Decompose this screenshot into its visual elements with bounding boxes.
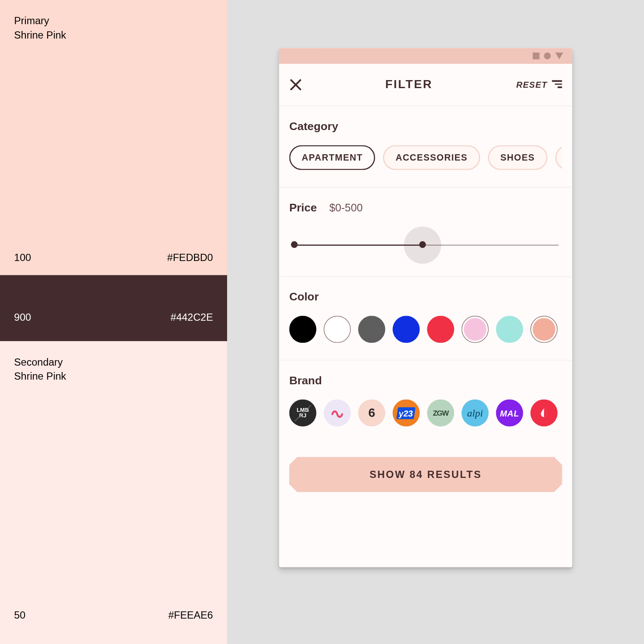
category-heading: Category [289,120,562,133]
swatch-hex: #FEDBD0 [167,252,213,264]
swatch-title: Primary [14,12,213,29]
price-heading: Price [289,201,317,214]
chip-more[interactable]: TO [555,145,562,170]
brand-heading: Brand [289,374,562,387]
color-white[interactable] [324,316,351,343]
filter-panel-mockup: FILTER RESET Category APARTMENT ACCESSOR… [279,48,572,567]
spacer [279,449,572,457]
status-bar [279,48,572,64]
brand-alpi[interactable]: alpi [461,400,489,427]
slider-track-active [293,244,421,246]
brand-y23[interactable]: y23 [393,400,420,427]
swatch-primary-100: Primary Shrine Pink 100 #FEDBD0 [0,0,227,275]
swatch-subtitle: Shrine Pink [14,29,213,41]
swatch-primary-900: 900 #442C2E [0,275,227,341]
swatch-subtitle: Shrine Pink [14,371,213,383]
category-chip-row: APARTMENT ACCESSORIES SHOES TO [289,145,562,170]
square-icon [533,53,539,59]
color-pink[interactable] [461,316,489,343]
swatch-weight: 50 [14,610,25,622]
show-results-button[interactable]: SHOW 84 RESULTS [289,457,562,492]
price-section: Price $0-500 [279,187,572,276]
color-palette-panel: Primary Shrine Pink 100 #FEDBD0 900 #442… [0,0,227,644]
color-gray[interactable] [358,316,385,343]
reset-label: RESET [516,79,547,89]
brand-squiggle[interactable] [324,400,351,427]
reset-button[interactable]: RESET [516,79,562,89]
brand-zgw[interactable]: ZGW [427,400,454,427]
swatch-hex: #442C2E [171,312,213,324]
filter-header: FILTER RESET [279,64,572,106]
color-red[interactable] [427,316,454,343]
price-slider[interactable] [289,231,562,259]
color-black[interactable] [289,316,316,343]
brand-row: LMBRJ 6 y23 ZGW alpi MAL [289,400,562,427]
swatch-hex: #FEEAE6 [168,610,213,622]
price-range-label: $0-500 [329,202,363,214]
chip-shoes[interactable]: SHOES [488,145,547,170]
color-peach[interactable] [530,316,558,343]
slider-thumb-min[interactable] [291,241,298,248]
swatch-title: Secondary [14,354,213,371]
swatch-weight: 100 [14,252,31,264]
drop-icon [538,407,550,419]
color-section: Color [279,276,572,360]
chip-accessories[interactable]: ACCESSORIES [383,145,480,170]
circle-icon [544,53,551,59]
brand-mal[interactable]: MAL [496,400,523,427]
color-swatch-row [289,316,562,343]
brand-lmb[interactable]: LMBRJ [289,400,316,427]
chip-apartment[interactable]: APARTMENT [289,145,375,170]
color-blue[interactable] [393,316,420,343]
brand-drop[interactable] [530,400,558,427]
brand-six[interactable]: 6 [358,400,385,427]
triangle-down-icon [555,53,564,59]
category-section: Category APARTMENT ACCESSORIES SHOES TO [279,105,572,187]
color-teal[interactable] [496,316,523,343]
filter-title: FILTER [385,78,433,91]
brand-section: Brand LMBRJ 6 y23 ZGW alpi MAL [279,360,572,449]
close-icon[interactable] [289,78,302,90]
sort-lines-icon [552,80,562,88]
show-results-label: SHOW 84 RESULTS [369,469,482,480]
swatch-weight: 900 [14,312,31,324]
slider-thumb-max[interactable] [419,241,426,248]
color-heading: Color [289,290,562,303]
squiggle-icon [330,405,345,420]
swatch-secondary-50: Secondary Shrine Pink 50 #FEEAE6 [0,341,227,644]
